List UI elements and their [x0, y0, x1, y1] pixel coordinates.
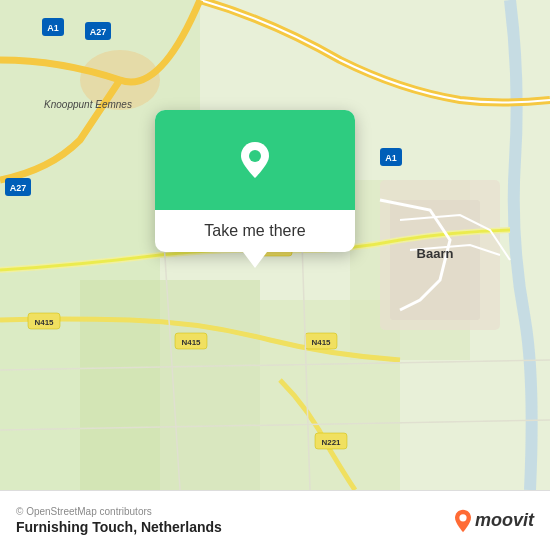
moovit-logo-area: moovit: [451, 509, 534, 533]
location-pin-icon: [233, 138, 277, 182]
svg-text:Knooppunt Eemnes: Knooppunt Eemnes: [44, 99, 132, 110]
copyright-text: © OpenStreetMap contributors: [16, 506, 222, 517]
svg-text:A1: A1: [385, 153, 397, 163]
svg-point-32: [459, 514, 466, 521]
moovit-pin-icon: [451, 509, 475, 533]
moovit-brand-text: moovit: [475, 510, 534, 531]
svg-text:A1: A1: [47, 23, 59, 33]
svg-text:N415: N415: [181, 338, 201, 347]
take-me-there-button[interactable]: Take me there: [188, 210, 321, 252]
svg-rect-3: [80, 280, 260, 490]
svg-text:N415: N415: [34, 318, 54, 327]
svg-text:N221: N221: [321, 438, 341, 447]
svg-text:A27: A27: [10, 183, 27, 193]
location-title: Furnishing Touch, Netherlands: [16, 519, 222, 535]
map-area: A1 A27 A27 A1 N221 N415 N415 N415 N221: [0, 0, 550, 490]
svg-text:Baarn: Baarn: [417, 246, 454, 261]
svg-text:N415: N415: [311, 338, 331, 347]
footer-bar: © OpenStreetMap contributors Furnishing …: [0, 490, 550, 550]
footer-info: © OpenStreetMap contributors Furnishing …: [16, 506, 222, 535]
svg-text:A27: A27: [90, 27, 107, 37]
svg-point-31: [249, 150, 261, 162]
location-popup[interactable]: Take me there: [155, 110, 355, 252]
popup-header: [155, 110, 355, 210]
